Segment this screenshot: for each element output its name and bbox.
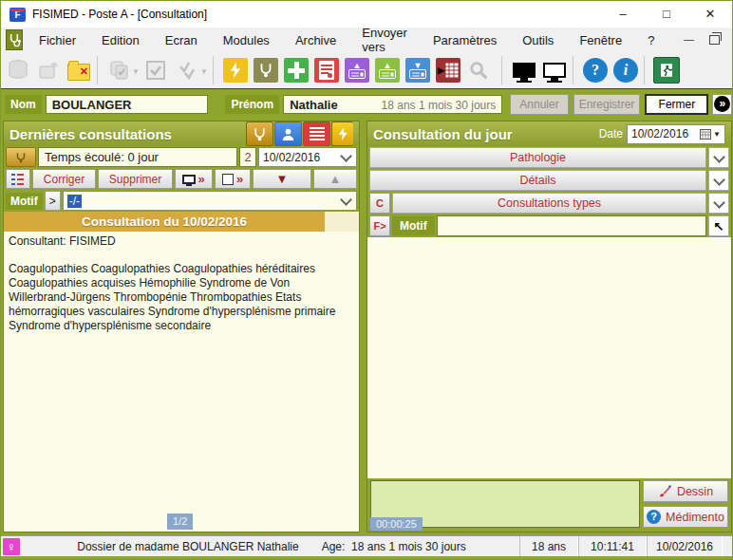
fast-forward-icon: » bbox=[714, 96, 730, 112]
consultation-gold-header: Consultation du 10/02/2016 bbox=[4, 212, 359, 232]
lightning-gold-icon[interactable] bbox=[331, 121, 353, 146]
consultation-date-combo[interactable]: 10/02/2016 bbox=[258, 147, 357, 167]
duplicate-consultation-icon[interactable]: ▼ bbox=[106, 57, 133, 84]
annuler-button[interactable]: Annuler bbox=[510, 94, 568, 115]
list-red-icon[interactable] bbox=[303, 121, 330, 146]
menu-archive[interactable]: Archive bbox=[287, 29, 345, 51]
maximize-button[interactable]: □ bbox=[645, 1, 688, 28]
history-gold-button[interactable] bbox=[6, 147, 36, 167]
menu-edition[interactable]: Edition bbox=[93, 29, 148, 51]
resize-grip[interactable] bbox=[723, 536, 732, 556]
consultation-text-area[interactable]: Consultant: FISIMED Coagulopathies Coagu… bbox=[4, 232, 359, 532]
previous-consultation-button[interactable]: ▼ bbox=[253, 169, 311, 189]
window-bottom-border bbox=[1, 556, 732, 560]
fermer-button[interactable]: Fermer bbox=[645, 94, 708, 115]
status-center: Dossier de madame BOULANGER Nathalie Age… bbox=[24, 540, 519, 553]
temps-ecoule-field: Temps écoulé: 0 jour bbox=[38, 147, 237, 167]
receive-down-blue-icon[interactable]: ▼ bbox=[404, 57, 431, 84]
status-age: Age: 18 ans 1 mois 30 jours bbox=[322, 540, 466, 553]
box-mini-icon bbox=[222, 174, 234, 185]
nom-field[interactable]: BOULANGER bbox=[46, 95, 209, 114]
motif-input-right[interactable] bbox=[437, 215, 706, 236]
stethoscope-menu-icon[interactable] bbox=[6, 29, 23, 50]
prenom-value: Nathalie bbox=[290, 96, 338, 113]
dropdown-arrow-icon: ▼ bbox=[713, 130, 721, 139]
chevron-down-icon bbox=[713, 151, 725, 163]
send-up-purple-icon[interactable]: ▲ bbox=[344, 57, 370, 84]
date-combo-right[interactable]: 10/02/2016 ▼ bbox=[627, 124, 725, 144]
menu-ecran[interactable]: Ecran bbox=[157, 29, 206, 51]
send-screen-button[interactable]: » bbox=[175, 169, 213, 189]
enregistrer-button[interactable]: Enregistrer bbox=[573, 94, 641, 115]
exit-icon[interactable] bbox=[653, 57, 680, 84]
consultations-types-bar[interactable]: Consultations types bbox=[392, 193, 706, 214]
consultation-header-text: Consultation du 10/02/2016 bbox=[4, 215, 325, 229]
app-window: F FISIMED - Poste A - [Consultation] – □… bbox=[0, 0, 733, 560]
consultation-date-value: 10/02/2016 bbox=[263, 151, 320, 164]
nom-label: Nom bbox=[5, 95, 42, 114]
details-dropdown[interactable] bbox=[708, 170, 729, 191]
table-grid-icon[interactable]: ▶ bbox=[435, 57, 461, 84]
prenom-field[interactable]: Nathalie 18 ans 1 mois 30 jours bbox=[283, 95, 502, 114]
minimize-button[interactable]: – bbox=[601, 1, 645, 28]
close-folder-icon[interactable]: ✕ bbox=[66, 57, 92, 84]
info-icon[interactable]: i bbox=[612, 57, 639, 84]
menu-outils[interactable]: Outils bbox=[514, 29, 562, 51]
screen-light-icon[interactable] bbox=[541, 57, 568, 84]
motif-prompt-button[interactable]: > bbox=[45, 191, 61, 211]
help-icon[interactable]: ? bbox=[582, 57, 609, 84]
motif-combo-left[interactable]: -/- bbox=[63, 191, 357, 211]
patient-person-icon[interactable] bbox=[274, 121, 302, 146]
left-panel-header: Dernières consultations bbox=[4, 121, 359, 146]
pick-arrow-button[interactable]: ↖ bbox=[708, 215, 729, 236]
detail-lines-button[interactable] bbox=[6, 169, 30, 189]
mdi-restore-button[interactable] bbox=[705, 32, 723, 47]
fast-forward-button[interactable]: » bbox=[712, 94, 732, 115]
calendar-icon bbox=[700, 128, 711, 140]
mdi-minimize-button[interactable]: — bbox=[680, 32, 697, 47]
pathologie-bar[interactable]: Pathologie bbox=[369, 147, 706, 168]
double-arrow-icon2: » bbox=[236, 172, 243, 186]
next-consultation-button[interactable]: ▲ bbox=[313, 169, 357, 189]
supprimer-button[interactable]: Supprimer bbox=[98, 169, 173, 189]
menu-fenetre[interactable]: Fenêtre bbox=[571, 29, 630, 51]
consultation-count: 2 bbox=[239, 147, 256, 167]
page-indicator[interactable]: 1/2 bbox=[167, 513, 193, 530]
age-value: 18 ans 1 mois 30 jours bbox=[351, 540, 466, 553]
medical-cross-icon[interactable] bbox=[283, 57, 310, 84]
consultation-body: Coagulopathies Coagulopathies Coagulopat… bbox=[9, 262, 354, 333]
menu-bar: Fichier Edition Ecran Modules Archive En… bbox=[1, 28, 732, 52]
archive-box-icon[interactable] bbox=[35, 57, 62, 84]
menu-parametres[interactable]: Paramètres bbox=[424, 29, 505, 51]
f-shortcut-button[interactable]: F> bbox=[369, 215, 390, 236]
prescription-icon[interactable] bbox=[313, 57, 340, 84]
right-panel-header: Consultation du jour Date 10/02/2016 ▼ bbox=[367, 121, 731, 146]
screen-dark-icon[interactable] bbox=[511, 57, 537, 84]
menu-modules[interactable]: Modules bbox=[215, 29, 278, 51]
search-icon[interactable] bbox=[465, 57, 492, 84]
monitor-mini-icon bbox=[182, 175, 196, 184]
lightning-icon[interactable] bbox=[222, 57, 249, 84]
app-icon: F bbox=[9, 8, 26, 22]
details-bar[interactable]: Détails bbox=[369, 170, 706, 191]
menu-aide[interactable]: ? bbox=[639, 29, 663, 51]
pathologie-row: Pathologie bbox=[367, 146, 731, 169]
stethoscope-icon[interactable] bbox=[253, 57, 279, 84]
database-icon[interactable] bbox=[5, 57, 31, 84]
consultation-entry-area[interactable] bbox=[367, 237, 731, 478]
close-button[interactable]: ✕ bbox=[688, 1, 732, 28]
left-panel-title: Dernières consultations bbox=[9, 126, 172, 142]
corriger-button[interactable]: Corriger bbox=[32, 169, 96, 189]
send-up-green-icon[interactable]: ▲ bbox=[374, 57, 401, 84]
chevron-down-icon bbox=[340, 194, 352, 206]
send-box-button[interactable]: » bbox=[215, 169, 251, 189]
dessin-button[interactable]: Dessin bbox=[643, 480, 728, 502]
medimento-button[interactable]: ? Médimento bbox=[643, 506, 728, 528]
pathologie-dropdown[interactable] bbox=[708, 147, 729, 168]
double-check-icon[interactable]: ▼ bbox=[175, 57, 201, 84]
validate-checkbox-icon[interactable] bbox=[142, 57, 169, 84]
menu-fichier[interactable]: Fichier bbox=[30, 29, 85, 51]
c-shortcut-button[interactable]: C bbox=[369, 193, 390, 214]
consultations-types-dropdown[interactable] bbox=[708, 193, 729, 214]
stethoscope-gold-icon[interactable] bbox=[246, 121, 273, 146]
